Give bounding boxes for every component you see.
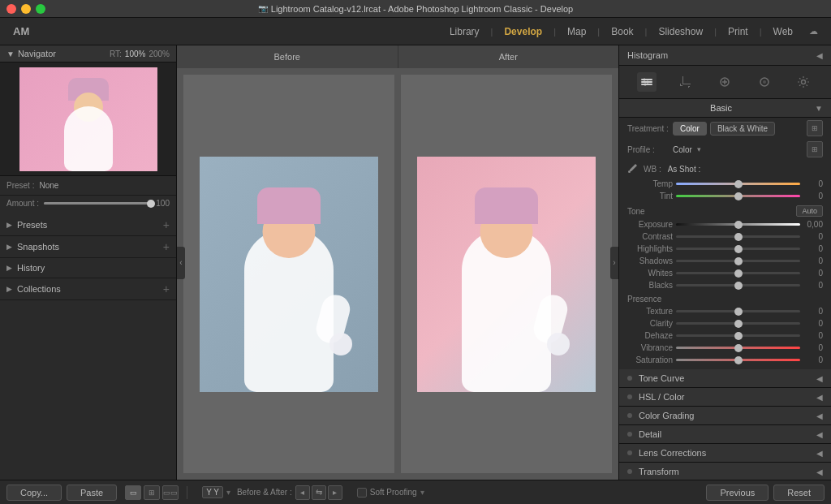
tint-label: Tint: [627, 192, 673, 200]
ba-left-button[interactable]: ◂: [295, 485, 310, 500]
temp-slider[interactable]: [676, 183, 800, 185]
collections-section[interactable]: ▶ Collections +: [0, 278, 176, 300]
basic-panel-header[interactable]: Basic ▼: [619, 99, 831, 118]
nav-slideshow[interactable]: Slideshow: [650, 23, 711, 41]
navigator-collapse-icon[interactable]: ▼: [6, 50, 15, 58]
fullscreen-button[interactable]: [36, 4, 45, 14]
grid-view-icon[interactable]: ⊞: [144, 485, 160, 500]
hsl-color-section[interactable]: HSL / Color ◀: [619, 388, 831, 407]
contrast-slider[interactable]: [676, 235, 800, 238]
healing-tool[interactable]: [715, 72, 734, 92]
separator-1: [187, 486, 187, 499]
histogram-header[interactable]: Histogram ◀: [619, 45, 831, 66]
eyedropper-icon[interactable]: [627, 162, 640, 175]
zoom-rt[interactable]: RT:: [110, 50, 122, 58]
single-view-icon[interactable]: ▭: [125, 485, 141, 500]
zoom-100[interactable]: 100%: [125, 50, 146, 58]
nav-library[interactable]: Library: [441, 23, 488, 41]
cloud-icon[interactable]: ☁: [809, 26, 818, 37]
color-grading-section[interactable]: Color Grading ◀: [619, 407, 831, 425]
app-icon: 📷: [258, 4, 268, 13]
ba-swap-button[interactable]: ⇆: [312, 485, 326, 500]
soft-proofing-row: Soft Proofing ▾: [357, 488, 424, 498]
presets-section[interactable]: ▶ Presets +: [0, 214, 176, 236]
amount-slider[interactable]: [44, 202, 151, 205]
snapshots-add-button[interactable]: +: [163, 241, 170, 252]
soft-proofing-checkbox[interactable]: [357, 488, 367, 498]
treatment-buttons: Color Black & White: [673, 122, 775, 136]
exposure-slider[interactable]: [676, 223, 800, 226]
auto-button[interactable]: Auto: [796, 205, 823, 217]
profile-grid-button[interactable]: ⊞: [807, 120, 823, 136]
reset-button[interactable]: Reset: [773, 485, 825, 501]
profile-value[interactable]: Color: [673, 145, 692, 154]
close-button[interactable]: [6, 4, 16, 14]
collections-add-button[interactable]: +: [163, 283, 170, 295]
zoom-200[interactable]: 200%: [149, 50, 170, 58]
before-pane: [183, 75, 394, 473]
wb-row: WB : As Shot :: [619, 160, 831, 178]
nav-book[interactable]: Book: [603, 23, 641, 41]
settings-tool[interactable]: [794, 72, 813, 92]
highlights-slider[interactable]: [676, 248, 800, 250]
preview-image: [19, 67, 157, 171]
clarity-value: 0: [803, 319, 823, 328]
tone-curve-section[interactable]: Tone Curve ◀: [619, 369, 831, 388]
after-header: After: [398, 45, 619, 68]
color-button[interactable]: Color: [673, 122, 707, 136]
presets-add-button[interactable]: +: [163, 219, 170, 230]
profile-label: Profile :: [627, 145, 670, 154]
detail-collapse-icon: ◀: [816, 430, 823, 439]
history-section[interactable]: ▶ History: [0, 258, 176, 278]
whites-slider[interactable]: [676, 272, 800, 274]
temp-slider-row: Temp 0: [619, 178, 831, 190]
copy-button[interactable]: Copy...: [6, 485, 62, 501]
nav-print[interactable]: Print: [720, 23, 756, 41]
right-panel-scroll[interactable]: Basic ▼ Treatment : Color Black & White …: [619, 99, 831, 480]
navigator-title: Navigator: [18, 49, 56, 58]
previous-button[interactable]: Previous: [706, 485, 769, 501]
profile-dropdown-icon[interactable]: ▾: [697, 145, 701, 153]
soft-proofing-dropdown-icon[interactable]: ▾: [420, 488, 424, 497]
shadows-slider[interactable]: [676, 260, 800, 262]
basic-adjustments-tool[interactable]: [637, 72, 657, 92]
traffic-lights[interactable]: [6, 4, 45, 14]
crop-tool[interactable]: [676, 72, 695, 92]
saturation-slider[interactable]: [676, 359, 800, 361]
nav-web[interactable]: Web: [765, 23, 801, 41]
dehaze-slider[interactable]: [676, 334, 800, 337]
left-panel-collapse-button[interactable]: ‹: [177, 247, 185, 279]
lens-corrections-section[interactable]: Lens Corrections ◀: [619, 444, 831, 463]
tone-curve-label: Tone Curve: [639, 373, 684, 383]
ba-selector: Y Y ▾ Before & After : ◂ ⇆ ▸: [202, 485, 342, 500]
snapshots-section[interactable]: ▶ Snapshots +: [0, 236, 176, 258]
tint-slider[interactable]: [676, 195, 800, 197]
compare-view-icon[interactable]: ▭▭: [162, 485, 179, 500]
profile-grid-icon[interactable]: ⊞: [807, 141, 823, 157]
nav-develop[interactable]: Develop: [496, 23, 550, 41]
nav-map[interactable]: Map: [559, 23, 594, 41]
black-white-button[interactable]: Black & White: [710, 122, 775, 136]
minimize-button[interactable]: [21, 4, 31, 14]
profile-row: Profile : Color ▾ ⊞: [619, 139, 831, 160]
exposure-slider-row: Exposure 0,00: [619, 218, 831, 230]
wb-value[interactable]: As Shot :: [668, 165, 823, 174]
tone-divider: Tone Auto: [619, 202, 831, 218]
ba-right-button[interactable]: ▸: [328, 485, 342, 500]
masking-tool[interactable]: [755, 72, 774, 92]
texture-slider[interactable]: [676, 310, 800, 312]
collections-arrow-icon: ▶: [6, 285, 12, 293]
shadows-slider-row: Shadows 0: [619, 255, 831, 267]
right-panel-collapse-button[interactable]: ›: [610, 247, 618, 279]
paste-button[interactable]: Paste: [67, 485, 117, 501]
svg-rect-0: [641, 79, 652, 80]
vibrance-value: 0: [803, 343, 823, 352]
blacks-slider[interactable]: [676, 284, 800, 286]
histogram-collapse-icon: ◀: [816, 51, 823, 60]
vibrance-slider[interactable]: [676, 347, 800, 349]
transform-section[interactable]: Transform ◀: [619, 463, 831, 480]
detail-section[interactable]: Detail ◀: [619, 425, 831, 444]
clarity-slider[interactable]: [676, 322, 800, 325]
temp-value: 0: [803, 179, 823, 188]
before-after-headers: Before After: [177, 45, 618, 68]
